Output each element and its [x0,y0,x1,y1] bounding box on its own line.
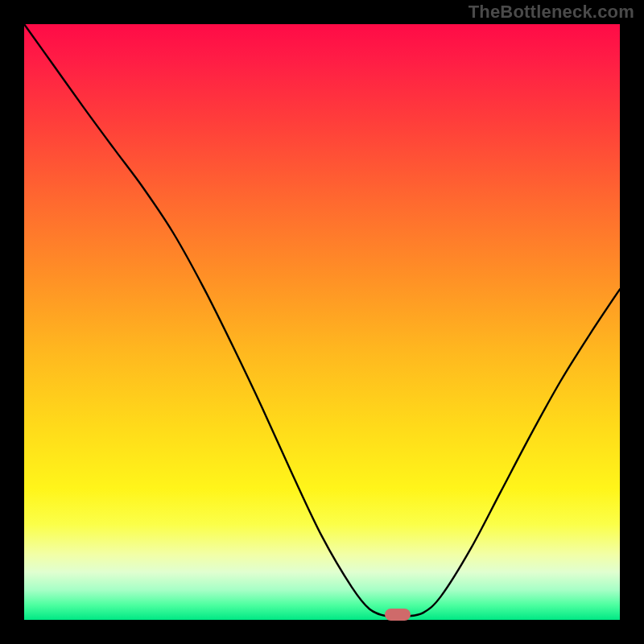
chart-frame: TheBottleneck.com [0,0,644,644]
optimal-point-marker [385,609,411,621]
watermark-text: TheBottleneck.com [469,2,634,23]
plot-area [24,24,620,620]
bottleneck-curve [24,24,620,620]
